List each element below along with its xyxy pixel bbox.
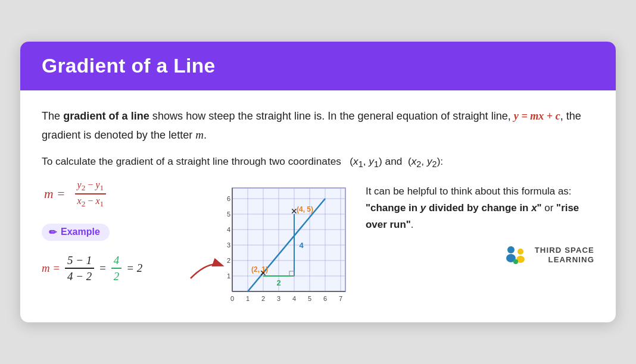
svg-text:4: 4 <box>292 295 296 302</box>
svg-text:5: 5 <box>308 295 311 302</box>
formula-denominator: x2 − x1 <box>75 194 107 209</box>
brand-area: THIRD SPACE LEARNING <box>366 244 594 266</box>
main-row: m = y2 − y1 x2 − x1 ✏ Example <box>42 180 594 310</box>
page-title: Gradient of a Line <box>42 55 594 77</box>
graph-area: 0 1 2 3 4 5 6 7 1 2 3 4 5 6 <box>220 186 351 305</box>
example-label: Example <box>61 227 100 237</box>
coordinate-graph: 0 1 2 3 4 5 6 7 1 2 3 4 5 6 <box>220 186 351 305</box>
formula-m-label: m = <box>44 187 66 202</box>
svg-text:(4, 5): (4, 5) <box>297 205 313 214</box>
svg-text:3: 3 <box>277 295 280 302</box>
pencil-icon: ✏ <box>49 227 57 238</box>
example-den2: 2 <box>111 269 121 283</box>
svg-point-42 <box>517 249 523 255</box>
mid-column: 0 1 2 3 4 5 6 7 1 2 3 4 5 6 <box>185 180 351 310</box>
example-badge: ✏ Example <box>42 224 110 241</box>
right-bold1: "change in y divided by change in x" <box>366 202 542 214</box>
svg-text:0: 0 <box>230 295 234 302</box>
intro-bold: gradient of a line <box>63 110 149 122</box>
example-m-label: m = <box>42 262 60 275</box>
header: Gradient of a Line <box>20 42 616 90</box>
intro-part2: shows how steep the straight line is. In… <box>149 110 514 122</box>
svg-text:6: 6 <box>323 295 327 302</box>
main-card: Gradient of a Line The gradient of a lin… <box>20 42 616 322</box>
calc-paragraph: To calculate the gradient of a straight … <box>42 155 594 169</box>
equation-display: y = mx + c <box>514 110 560 122</box>
intro-part4: . <box>204 129 207 141</box>
right-text: It can be helpful to think about this fo… <box>366 183 594 233</box>
svg-text:2: 2 <box>261 295 265 302</box>
right-or: or <box>544 202 556 214</box>
svg-text:6: 6 <box>227 195 230 202</box>
brand-text: THIRD SPACE LEARNING <box>535 246 594 265</box>
example-fraction2: 4 2 <box>111 254 121 283</box>
svg-point-44 <box>513 259 518 264</box>
formula-numerator: y2 − y1 <box>75 180 107 194</box>
m-letter: m <box>195 128 204 141</box>
example-num1: 5 − 1 <box>65 254 94 269</box>
example-num2: 4 <box>111 254 121 269</box>
main-formula: m = y2 − y1 x2 − x1 <box>44 180 185 209</box>
example-eq1: = <box>99 262 107 275</box>
svg-text:3: 3 <box>227 241 230 249</box>
arrow-svg <box>185 249 227 284</box>
left-column: m = y2 − y1 x2 − x1 ✏ Example <box>42 180 185 283</box>
svg-point-40 <box>507 246 515 253</box>
intro-paragraph: The gradient of a line shows how steep t… <box>42 107 594 145</box>
example-formula: m = 5 − 1 4 − 2 = 4 2 = 2 <box>42 254 185 283</box>
brand-logo <box>503 244 529 266</box>
right-column: It can be helpful to think about this fo… <box>351 180 594 266</box>
svg-text:(2, 1): (2, 1) <box>251 265 268 274</box>
example-fraction1: 5 − 1 4 − 2 <box>65 254 94 283</box>
arrow-area <box>185 249 232 287</box>
svg-text:5: 5 <box>227 211 230 218</box>
example-den1: 4 − 2 <box>65 269 94 283</box>
content-area: The gradient of a line shows how steep t… <box>20 90 616 322</box>
svg-text:4: 4 <box>227 226 230 233</box>
svg-text:1: 1 <box>246 295 250 302</box>
svg-text:4: 4 <box>299 241 304 250</box>
svg-text:2: 2 <box>276 278 280 287</box>
intro-part1: The <box>42 110 63 122</box>
formula-fraction: y2 − y1 x2 − x1 <box>75 180 107 209</box>
svg-text:7: 7 <box>339 295 342 302</box>
coord1-x: x <box>353 155 358 167</box>
example-eq2: = 2 <box>126 262 142 275</box>
